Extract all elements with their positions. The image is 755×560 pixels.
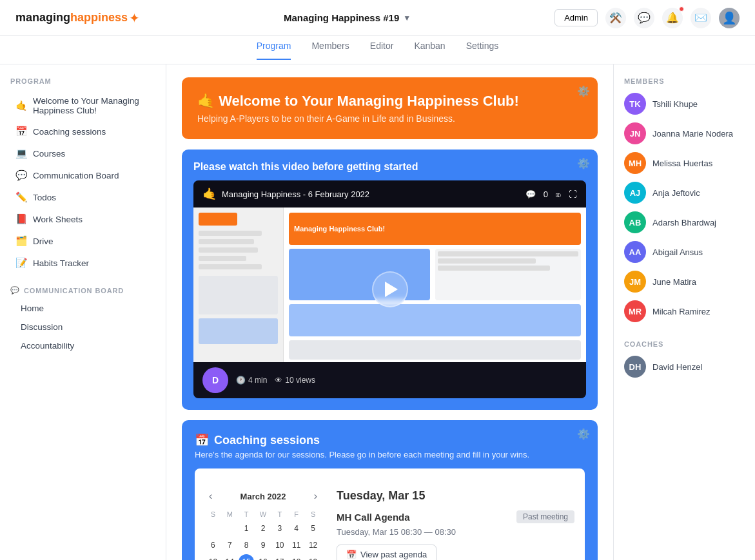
welcome-emoji: 🤙 [15, 100, 28, 111]
tab-members[interactable]: Members [311, 41, 349, 60]
cal-month-label: March 2022 [240, 492, 286, 501]
cal-day-6[interactable]: 6 [205, 537, 221, 553]
cal-day-16[interactable]: 16 [255, 554, 271, 560]
topnav: managinghappiness ✦ Managing Happiness #… [0, 0, 755, 36]
sidebar-sub-accountability[interactable]: Accountability [10, 337, 155, 354]
cal-day-11[interactable]: 11 [289, 537, 304, 553]
user-avatar[interactable]: 👤 [719, 8, 740, 28]
sidebar-item-worksheets[interactable]: 📕 Work Sheets [10, 209, 155, 229]
play-icon [385, 282, 398, 297]
right-sidebar: MEMBERS TK Tshili Khupe JN Joanna Marie … [613, 64, 755, 560]
sidebar-item-courses[interactable]: 💻 Courses [10, 143, 155, 164]
sidebar-item-drive[interactable]: 🗂️ Drive [10, 231, 155, 251]
comment-icon: 💬 [525, 189, 536, 199]
meeting-time: Tuesday, Mar 15 08:30 — 08:30 [337, 527, 574, 537]
expand-icon[interactable]: ⛶ [569, 189, 577, 199]
video-topbar-left: 🤙 Managing Happiness - 6 February 2022 [202, 187, 369, 201]
left-sidebar: PROGRAM 🤙 Welcome to Your Managing Happi… [0, 64, 166, 560]
member-joanna: JN Joanna Marie Nodera [624, 122, 745, 144]
view-agenda-button[interactable]: 📅 View past agenda [337, 545, 436, 560]
cal-day-17[interactable]: 17 [272, 554, 288, 560]
video-topbar-right: 💬 0 ⎄ ⛶ [525, 189, 577, 199]
member-tshili: TK Tshili Khupe [624, 93, 745, 115]
comm-board-section: 💬 COMMUNICATION BOARD Home Discussion Ac… [10, 286, 155, 354]
cal-day-2[interactable]: 2 [255, 521, 271, 536]
play-button-circle[interactable] [372, 271, 408, 307]
sidebar-worksheets-label: Work Sheets [33, 215, 83, 224]
sidebar-item-communication[interactable]: 💬 Communication Board [10, 165, 155, 186]
cal-day-8[interactable]: 8 [239, 537, 254, 553]
coaching-emoji: 📅 [195, 433, 209, 447]
tab-settings[interactable]: Settings [466, 41, 499, 60]
mail-icon-button[interactable]: ✉️ [691, 8, 711, 28]
video-card: ⚙️ Please watch this video before gettin… [182, 150, 598, 410]
member-name-melissa: Melissa Huertas [652, 159, 712, 168]
cal-day-15-today[interactable]: 15 [239, 554, 254, 560]
cal-day-1[interactable]: 1 [239, 521, 254, 536]
chat-icon-button[interactable]: 💬 [634, 8, 654, 28]
cal-day-5[interactable]: 5 [306, 521, 321, 536]
cal-week-2: 6 7 8 9 10 11 12 [205, 537, 321, 554]
member-avatar-abigail: AA [624, 241, 646, 263]
cal-day-3[interactable]: 3 [272, 521, 288, 536]
logo-happiness-text: happiness [70, 11, 128, 24]
coach-avatar-david: DH [624, 356, 646, 378]
video-title-text: Managing Happiness - 6 February 2022 [222, 189, 369, 199]
cal-day-13[interactable]: 13 [205, 554, 221, 560]
coaches-section: COACHES DH David Henzel [624, 340, 745, 378]
communication-emoji: 💬 [15, 169, 28, 181]
video-duration: 🕐 4 min [236, 376, 267, 385]
cal-next-button[interactable]: › [310, 489, 321, 503]
program-title[interactable]: Managing Happiness #19 ▼ [284, 12, 411, 23]
member-avatar-anja: AJ [624, 182, 646, 204]
video-container: 🤙 Managing Happiness - 6 February 2022 💬… [193, 180, 586, 398]
member-name-abigail: Abigail Ansus [652, 247, 703, 257]
member-adarsh: AB Adarsh Bhardwaj [624, 211, 745, 233]
cal-week-1: 1 2 3 4 5 [205, 520, 321, 537]
share-icon[interactable]: ⎄ [556, 189, 561, 199]
tab-program[interactable]: Program [257, 41, 291, 60]
member-avatar-june: JM [624, 271, 646, 293]
program-title-text: Managing Happiness #19 [284, 12, 399, 23]
sidebar-item-todos[interactable]: ✏️ Todos [10, 187, 155, 208]
welcome-card-emoji: 🤙 [197, 93, 215, 109]
video-sidebar-mock [193, 208, 284, 362]
cal-week-3: 13 14 15 16 17 18 19 [205, 554, 321, 560]
comm-board-title-text: COMMUNICATION BOARD [24, 287, 124, 294]
tab-editor[interactable]: Editor [370, 41, 394, 60]
video-host-avatar: D [202, 367, 228, 393]
welcome-card-title: 🤙 Welcome to Your Managing Happiness Clu… [197, 93, 582, 110]
topnav-actions: Admin ⚒️ 💬 🔔 ✉️ 👤 [554, 8, 740, 28]
cal-prev-button[interactable]: ‹ [205, 489, 216, 503]
cal-header-s2: S [305, 508, 321, 520]
cal-day-4[interactable]: 4 [289, 521, 304, 536]
member-avatar-joanna: JN [624, 122, 646, 144]
members-section-title: MEMBERS [624, 77, 745, 85]
todos-emoji: ✏️ [15, 191, 28, 203]
notification-icon-button[interactable]: 🔔 [662, 8, 683, 28]
sidebar-sub-home[interactable]: Home [10, 300, 155, 317]
cal-day-7[interactable]: 7 [222, 537, 237, 553]
video-content-mock: Managing Happiness Club! [284, 208, 586, 362]
video-card-title: Please watch this video before getting s… [193, 161, 586, 173]
sidebar-item-welcome[interactable]: 🤙 Welcome to Your Managing Happiness Clu… [10, 92, 155, 120]
cal-day-19[interactable]: 19 [306, 554, 321, 560]
tab-kanban[interactable]: Kanban [414, 41, 445, 60]
tools-icon-button[interactable]: ⚒️ [605, 8, 626, 28]
cal-day-12[interactable]: 12 [306, 537, 321, 553]
sidebar-sub-discussion[interactable]: Discussion [10, 318, 155, 336]
cal-day-14[interactable]: 14 [222, 554, 237, 560]
coaching-gear-icon[interactable]: ⚙️ [577, 428, 590, 440]
welcome-gear-icon[interactable]: ⚙️ [577, 85, 590, 97]
member-avatar-adarsh: AB [624, 211, 646, 233]
mini-calendar: ‹ March 2022 › S M T W T F S [205, 489, 321, 560]
member-anja: AJ Anja Jeftovic [624, 182, 745, 204]
sidebar-item-habits[interactable]: 📝 Habits Tracker [10, 253, 155, 273]
admin-button[interactable]: Admin [554, 9, 598, 26]
cal-day-9[interactable]: 9 [255, 537, 271, 553]
cal-day-10[interactable]: 10 [272, 537, 288, 553]
coach-name-david: David Henzel [652, 362, 702, 372]
cal-day-18[interactable]: 18 [289, 554, 304, 560]
sidebar-item-coaching[interactable]: 📅 Coaching sessions [10, 121, 155, 142]
video-gear-icon[interactable]: ⚙️ [577, 157, 590, 169]
